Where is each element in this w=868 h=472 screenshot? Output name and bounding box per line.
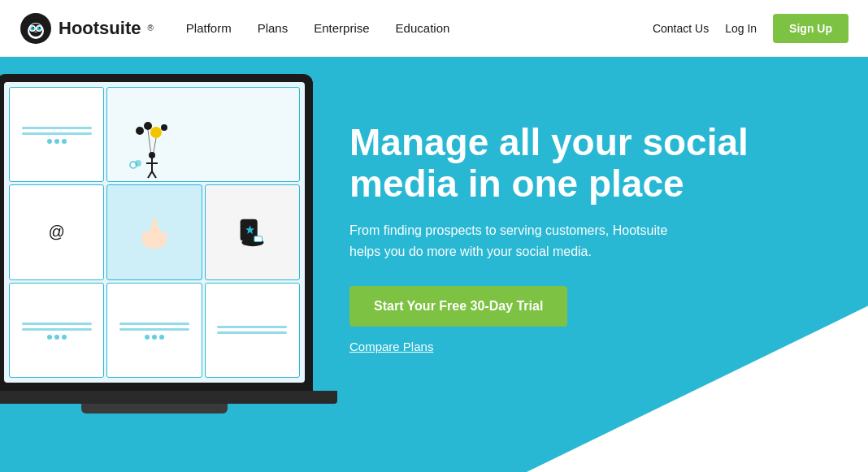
svg-line-21 xyxy=(148,171,152,178)
main-nav: Platform Plans Enterprise Education xyxy=(186,21,653,35)
laptop-screen: @ xyxy=(0,74,313,391)
logo-reg: ® xyxy=(147,24,153,32)
screen-cell-5 xyxy=(205,283,300,378)
screen-cell-boot xyxy=(205,184,300,279)
screen-content: @ xyxy=(4,82,305,383)
compare-plans-link[interactable]: Compare Plans xyxy=(349,340,433,353)
hero-section: @ xyxy=(0,57,868,472)
svg-rect-34 xyxy=(254,236,263,242)
screen-cell-4 xyxy=(106,283,202,378)
svg-point-18 xyxy=(149,152,155,158)
nav-enterprise[interactable]: Enterprise xyxy=(314,21,369,35)
nav-education[interactable]: Education xyxy=(396,21,450,35)
svg-line-22 xyxy=(152,171,156,178)
screen-cell-3 xyxy=(9,283,104,378)
header: Hootsuite® Platform Plans Enterprise Edu… xyxy=(0,0,868,57)
logo[interactable]: Hootsuite® xyxy=(20,12,154,45)
hero-content: Manage all your social media in one plac… xyxy=(349,122,821,353)
svg-rect-29 xyxy=(160,232,167,242)
laptop-stand xyxy=(81,404,228,414)
screen-cell-hand xyxy=(106,184,202,279)
laptop-base xyxy=(0,391,337,404)
svg-point-8 xyxy=(39,27,41,28)
logo-text: Hootsuite xyxy=(59,18,141,39)
svg-point-13 xyxy=(144,122,152,130)
contact-us-link[interactable]: Contact Us xyxy=(653,22,709,35)
laptop-frame: @ xyxy=(0,74,325,448)
trial-button[interactable]: Start Your Free 30-Day Trial xyxy=(349,286,567,327)
svg-rect-28 xyxy=(142,232,149,244)
hero-subtitle: From finding prospects to serving custom… xyxy=(349,220,691,262)
svg-point-7 xyxy=(33,27,34,28)
svg-rect-30 xyxy=(152,219,157,233)
screen-cell-balloon xyxy=(106,87,300,182)
svg-point-5 xyxy=(31,26,35,30)
nav-platform[interactable]: Platform xyxy=(186,21,232,35)
header-right: Contact Us Log In Sign Up xyxy=(653,14,848,43)
svg-point-15 xyxy=(161,124,167,131)
owl-icon xyxy=(20,12,52,45)
laptop-illustration: @ xyxy=(0,66,333,472)
svg-point-14 xyxy=(136,127,144,135)
sign-up-button[interactable]: Sign Up xyxy=(773,14,848,43)
screen-cell-1 xyxy=(9,87,104,182)
svg-point-12 xyxy=(150,127,162,138)
hero-title: Manage all your social media in one plac… xyxy=(349,122,821,204)
svg-point-6 xyxy=(37,26,41,30)
screen-cell-2: @ xyxy=(9,184,104,279)
log-in-link[interactable]: Log In xyxy=(725,22,757,35)
nav-plans[interactable]: Plans xyxy=(258,21,289,35)
svg-point-25 xyxy=(135,160,141,167)
